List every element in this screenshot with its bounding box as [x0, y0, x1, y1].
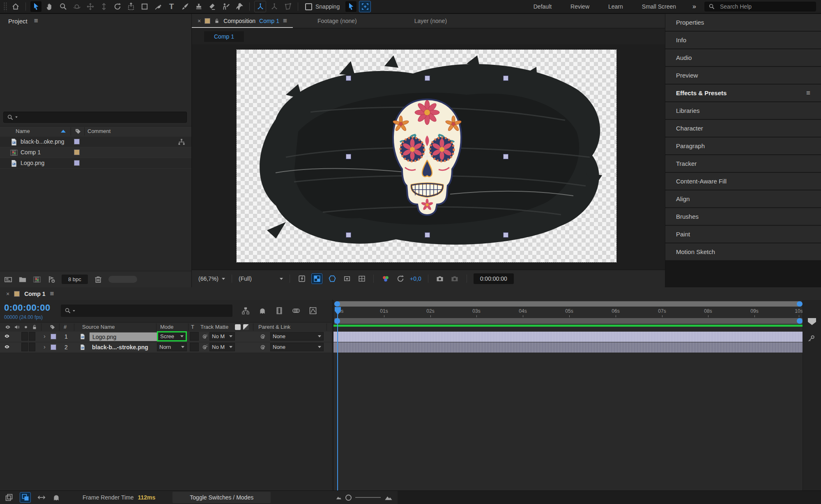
- selection-handle-bottom-center[interactable]: [425, 232, 430, 238]
- workspace-tab-default[interactable]: Default: [525, 3, 560, 10]
- workspace-tab-learn[interactable]: Learn: [600, 3, 631, 10]
- toggle-switches-modes-button[interactable]: Toggle Switches / Modes: [172, 492, 271, 503]
- composition-canvas[interactable]: [237, 50, 616, 262]
- rectangle-tool[interactable]: [139, 1, 150, 12]
- graph-editor-icon[interactable]: [309, 307, 317, 315]
- selection-handle-bottom-left[interactable]: [346, 232, 351, 238]
- selection-tool[interactable]: [30, 1, 41, 12]
- column-comment[interactable]: Comment: [87, 128, 110, 134]
- new-folder-icon[interactable]: [18, 275, 27, 284]
- home-button[interactable]: [10, 1, 21, 12]
- sort-ascending-icon[interactable]: [61, 130, 66, 133]
- footage-tab[interactable]: Footage (none): [305, 14, 369, 28]
- panel-libraries[interactable]: Libraries: [665, 102, 821, 119]
- snap-bounds-button[interactable]: [359, 1, 371, 12]
- search-help-field[interactable]: Search Help: [704, 2, 816, 11]
- pan-camera-tool[interactable]: [85, 1, 96, 12]
- composition-viewport[interactable]: [192, 44, 665, 270]
- proxy-toggle-icon[interactable]: [47, 275, 55, 284]
- panel-motion-sketch[interactable]: Motion Sketch: [665, 243, 821, 260]
- column-parent-link[interactable]: Parent & Link: [258, 324, 290, 330]
- pan-behind-anchor-tool[interactable]: [125, 1, 136, 12]
- comp-view-tab[interactable]: Comp 1: [204, 31, 244, 42]
- pen-tool[interactable]: [152, 1, 163, 12]
- close-icon[interactable]: ×: [6, 291, 9, 297]
- parent-pickwhip-icon[interactable]: [260, 344, 266, 351]
- viewer-menu-icon[interactable]: ≡: [283, 17, 287, 25]
- new-composition-icon[interactable]: [33, 275, 41, 284]
- comp-marker-shield-icon[interactable]: [808, 318, 816, 325]
- composition-mini-flowchart-icon[interactable]: [241, 307, 250, 315]
- project-panel-menu-icon[interactable]: ≡: [34, 17, 38, 25]
- panel-resize-pill[interactable]: [108, 276, 137, 283]
- track-matte-pickwhip-icon[interactable]: [201, 344, 208, 351]
- panel-paragraph[interactable]: Paragraph: [665, 137, 821, 154]
- track-matte-pickwhip-icon[interactable]: [201, 333, 208, 340]
- panel-effects-presets[interactable]: Effects & Presets ≡: [665, 85, 821, 101]
- panel-menu-icon[interactable]: ≡: [806, 89, 810, 97]
- zoom-tool[interactable]: [57, 1, 69, 12]
- parent-link-dropdown[interactable]: None: [270, 343, 324, 351]
- panel-tracker[interactable]: Tracker: [665, 155, 821, 172]
- selection-handle-mid-right[interactable]: [503, 154, 508, 159]
- panel-preview[interactable]: Preview: [665, 67, 821, 84]
- magnification-dropdown[interactable]: (66,7%): [198, 275, 225, 282]
- work-area-end-handle[interactable]: [797, 318, 803, 324]
- scrollbar-right-cap[interactable]: [797, 301, 803, 307]
- label-color-swatch[interactable]: [74, 149, 80, 155]
- clone-stamp-tool[interactable]: [193, 1, 204, 12]
- view-axis-mode-button[interactable]: [282, 1, 293, 12]
- grid-guides-button[interactable]: [356, 274, 367, 284]
- solo-column-icon[interactable]: [23, 324, 29, 330]
- layer-row-2[interactable]: › 2 black-b...-stroke.png Norn No M None: [0, 342, 332, 353]
- layer-switch-cell[interactable]: [21, 343, 28, 351]
- panel-character[interactable]: Character: [665, 120, 821, 137]
- shy-layers-icon[interactable]: [52, 493, 60, 502]
- selection-handle-mid-left[interactable]: [346, 154, 351, 159]
- timeline-menu-icon[interactable]: ≡: [50, 290, 54, 298]
- column-track-matte[interactable]: Track Matte: [200, 324, 228, 330]
- label-column-tag-icon[interactable]: [75, 128, 81, 135]
- fast-previews-button[interactable]: [297, 274, 307, 284]
- column-name[interactable]: Name: [16, 128, 30, 134]
- brush-tool[interactable]: [179, 1, 191, 12]
- workspace-tab-review[interactable]: Review: [562, 3, 598, 10]
- selection-handle-top-center[interactable]: [425, 76, 430, 81]
- composition-tab[interactable]: × Composition Comp 1 ≡: [192, 14, 293, 28]
- close-icon[interactable]: ×: [198, 18, 201, 24]
- label-column-tag-icon[interactable]: [50, 324, 55, 330]
- preserve-transparency-cell[interactable]: [190, 343, 199, 351]
- dolly-camera-tool[interactable]: [98, 1, 109, 12]
- layer-switch-cell[interactable]: [29, 343, 35, 351]
- region-of-interest-button[interactable]: [342, 274, 352, 284]
- layer-1-duration-bar[interactable]: [333, 332, 803, 342]
- current-time-display[interactable]: 0:00:00:00: [4, 302, 51, 313]
- timeline-tab-label[interactable]: Comp 1: [24, 291, 45, 297]
- layer-label-swatch[interactable]: [51, 334, 56, 339]
- blend-mode-dropdown-highlighted[interactable]: Scree: [157, 331, 187, 341]
- label-color-swatch[interactable]: [74, 139, 80, 144]
- layer-expand-arrow[interactable]: ›: [44, 343, 46, 350]
- delete-trash-icon[interactable]: [94, 275, 102, 284]
- layer-visibility-eye-icon[interactable]: [4, 333, 10, 339]
- type-tool[interactable]: T: [166, 1, 177, 12]
- project-item-comp-1[interactable]: Comp 1: [0, 147, 191, 158]
- project-search-input[interactable]: [3, 112, 187, 123]
- exposure-value[interactable]: +0,0: [410, 275, 421, 282]
- selection-handle-bottom-right[interactable]: [503, 232, 508, 238]
- show-snapshot-button[interactable]: [450, 274, 460, 284]
- preview-time-display[interactable]: 0:00:00:00: [474, 273, 514, 284]
- label-color-swatch[interactable]: [74, 160, 80, 166]
- playhead-line[interactable]: [337, 314, 338, 490]
- parent-link-dropdown[interactable]: None: [270, 332, 324, 341]
- timeline-search-input[interactable]: [61, 305, 232, 317]
- motion-blur-icon[interactable]: [292, 307, 300, 315]
- work-area-bar[interactable]: [334, 318, 803, 324]
- zoom-slider-handle[interactable]: [345, 495, 352, 501]
- blending-modes-toggle-icon[interactable]: [20, 492, 31, 503]
- zoom-out-mountain-icon[interactable]: [336, 495, 342, 500]
- reset-exposure-button[interactable]: [395, 274, 405, 284]
- snapping-checkbox[interactable]: [305, 3, 312, 10]
- lock-column-icon[interactable]: [32, 324, 37, 330]
- quality-icon[interactable]: [807, 334, 815, 343]
